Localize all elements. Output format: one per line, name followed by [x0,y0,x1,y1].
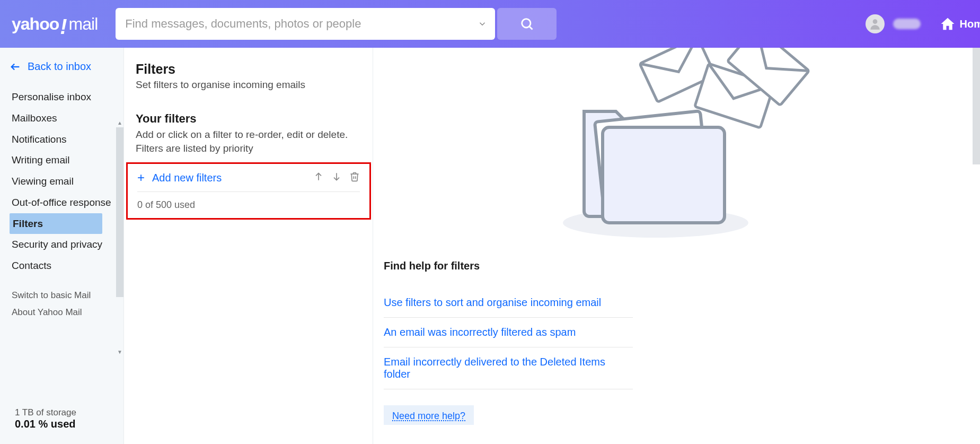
search-input[interactable] [116,8,470,40]
plus-icon: + [137,172,145,183]
sidebar-item-viewing-email[interactable]: Viewing email [0,171,123,192]
back-to-inbox-link[interactable]: Back to inbox [0,60,123,73]
panel-title: Filters [136,62,362,77]
help-panel: Find help for filters Use filters to sor… [373,48,980,444]
your-filters-subtitle: Add or click on a filter to re-order, ed… [136,128,362,155]
move-filter-up-button[interactable] [313,171,324,184]
svg-point-2 [872,19,877,24]
avatar[interactable] [866,14,885,33]
sidebar-item-mailboxes[interactable]: Mailboxes [0,108,123,129]
sidebar-item-security-privacy[interactable]: Security and privacy [0,234,123,255]
delete-filter-button[interactable] [349,171,360,184]
storage-used: 0.01 % used [15,418,123,430]
sidebar-item-writing-email[interactable]: Writing email [0,150,123,171]
need-more-help-button[interactable]: Need more help? [384,405,474,425]
sidebar-about[interactable]: About Yahoo Mail [0,304,123,321]
svg-rect-8 [603,127,725,223]
sidebar-item-filters[interactable]: Filters [10,213,102,234]
sidebar-scrollbar[interactable] [116,127,123,297]
settings-sidebar: ▲ ▼ Back to inbox Personalise inbox Mail… [0,48,124,444]
storage-info: 1 TB of storage 0.01 % used [0,407,123,444]
scrollbar-down-icon[interactable]: ▼ [117,349,123,355]
svg-point-0 [522,19,531,28]
yahoo-mail-logo[interactable]: yahoo!mail [12,14,98,34]
help-link-sort-organise[interactable]: Use filters to sort and organise incomin… [384,288,633,318]
sidebar-item-notifications[interactable]: Notifications [0,129,123,150]
person-icon [868,17,882,31]
help-link-filtered-spam[interactable]: An email was incorrectly filtered as spa… [384,318,633,347]
search-button[interactable] [497,8,557,40]
header-right: Hom [866,0,980,48]
storage-total: 1 TB of storage [15,407,123,418]
home-icon [940,16,956,32]
help-link-deleted-items[interactable]: Email incorrectly delivered to the Delet… [384,347,633,389]
sidebar-item-personalise-inbox[interactable]: Personalise inbox [0,86,123,108]
exclamation-icon: ! [60,19,66,34]
scrollbar-up-icon[interactable]: ▲ [117,120,123,126]
page-scrollbar[interactable] [973,48,980,164]
move-filter-down-button[interactable] [331,171,342,184]
arrow-up-icon [313,171,324,182]
add-new-filters-link[interactable]: + Add new filters [137,172,313,184]
filters-panel: Filters Set filters to organise incoming… [124,48,373,444]
arrow-down-icon [331,171,342,182]
sidebar-switch-basic[interactable]: Switch to basic Mail [0,287,123,304]
trash-icon [349,171,360,182]
search-dropdown-caret[interactable] [470,8,495,40]
panel-subtitle: Set filters to organise incoming emails [136,79,362,91]
sidebar-item-contacts[interactable]: Contacts [0,255,123,276]
help-heading: Find help for filters [384,260,633,272]
svg-line-1 [529,27,533,30]
home-link[interactable]: Hom [940,16,980,32]
search-box [116,8,495,40]
sidebar-item-out-of-office[interactable]: Out-of-office response [0,192,123,213]
username-label [893,19,921,29]
app-header: yahoo!mail Hom [0,0,980,48]
arrow-left-icon [10,61,21,73]
your-filters-heading: Your filters [136,112,362,126]
filters-illustration [544,48,820,239]
filters-used-count: 0 of 500 used [137,199,360,211]
annotation-highlight-box: + Add new filters [126,162,371,220]
search-icon [519,16,534,31]
